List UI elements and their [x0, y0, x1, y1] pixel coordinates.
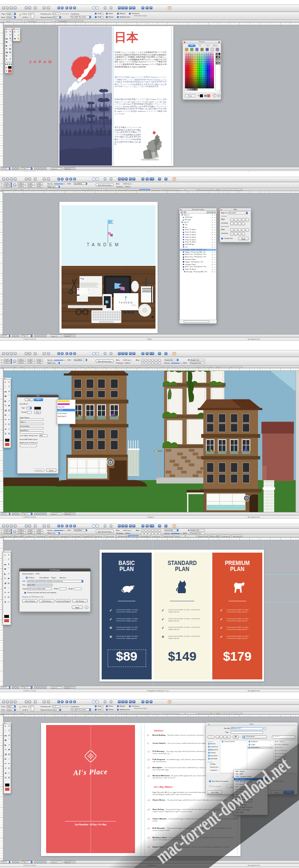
svg-text:TANDEM: TANDEM	[119, 301, 133, 304]
